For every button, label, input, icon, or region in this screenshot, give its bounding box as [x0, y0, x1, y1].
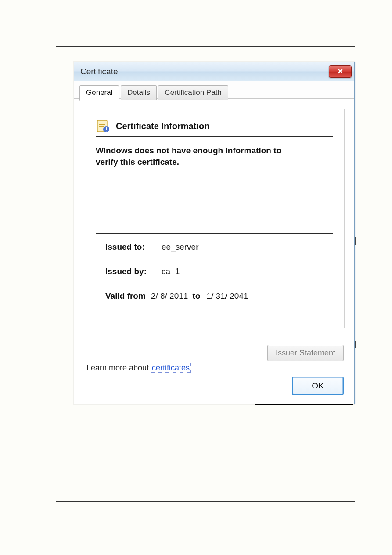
close-icon: ✕ [337, 67, 343, 76]
issued-to-label: Issued to: [105, 242, 162, 252]
svg-rect-5 [106, 127, 107, 130]
valid-from-value: 2/ 8/ 2011 [151, 291, 188, 301]
learn-more-line: Learn more about certificates [86, 363, 191, 373]
certificates-link[interactable]: certificates [151, 363, 191, 373]
svg-rect-1 [99, 123, 105, 123]
valid-to-label: to [192, 291, 200, 301]
issuer-statement-button[interactable]: Issuer Statement [267, 345, 344, 361]
page-top-rule [56, 46, 355, 47]
tab-general[interactable]: General [79, 85, 119, 101]
info-header: Certificate Information [96, 120, 333, 133]
svg-rect-3 [99, 126, 104, 127]
tab-certification-path[interactable]: Certification Path [158, 85, 228, 100]
valid-from-label: Valid from [105, 291, 146, 301]
certificate-warning-icon [96, 120, 111, 133]
valid-from-row: Valid from 2/ 8/ 2011 to 1/ 31/ 2041 [105, 291, 333, 301]
window-title: Certificate [80, 67, 118, 76]
divider [96, 136, 333, 137]
issued-to-row: Issued to: ee_server [105, 242, 333, 252]
tab-row: General Details Certification Path [74, 81, 354, 99]
issued-by-label: Issued by: [105, 267, 162, 276]
svg-rect-2 [99, 124, 105, 125]
issued-to-value: ee_server [162, 242, 199, 252]
warning-text: Windows does not have enough information… [96, 145, 302, 167]
svg-rect-6 [106, 131, 107, 131]
issued-by-value: ca_1 [162, 267, 180, 276]
section-title: Certificate Information [116, 121, 209, 131]
page-bottom-rule [56, 501, 355, 502]
close-button[interactable]: ✕ [329, 65, 352, 78]
ok-button[interactable]: OK [292, 377, 344, 395]
tab-details[interactable]: Details [121, 85, 157, 100]
divider [96, 233, 333, 234]
titlebar: Certificate ✕ [74, 62, 354, 81]
certificate-info-box: Certificate Information Windows does not… [84, 109, 345, 328]
valid-to-value: 1/ 31/ 2041 [206, 291, 248, 301]
issued-by-row: Issued by: ca_1 [105, 267, 333, 276]
learn-more-prefix: Learn more about [86, 363, 151, 372]
certificate-dialog: Certificate ✕ General Details Certificat… [74, 62, 355, 404]
tab-pane-general: Certificate Information Windows does not… [74, 99, 354, 404]
